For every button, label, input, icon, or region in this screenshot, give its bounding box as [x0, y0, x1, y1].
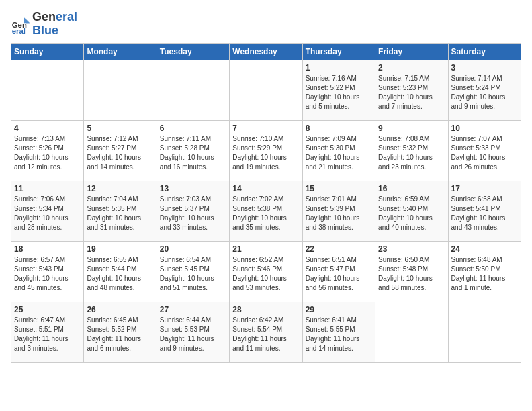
day-info: Sunrise: 7:11 AMSunset: 5:28 PMDaylight:…: [160, 134, 226, 172]
calendar-cell: [230, 60, 302, 120]
day-info: Sunrise: 7:07 AMSunset: 5:33 PMDaylight:…: [451, 134, 518, 172]
day-number: 27: [160, 305, 226, 314]
calendar-cell: 5Sunrise: 7:12 AMSunset: 5:27 PMDaylight…: [84, 120, 157, 181]
calendar-cell: 22Sunrise: 6:51 AMSunset: 5:47 PMDayligh…: [302, 241, 375, 302]
day-info: Sunrise: 6:57 AMSunset: 5:43 PMDaylight:…: [14, 255, 81, 293]
calendar-cell: [375, 302, 448, 362]
day-number: 19: [87, 244, 153, 254]
day-info: Sunrise: 6:58 AMSunset: 5:41 PMDaylight:…: [451, 195, 518, 232]
calendar-table: SundayMondayTuesdayWednesdayThursdayFrid…: [11, 43, 521, 363]
calendar-cell: 27Sunrise: 6:44 AMSunset: 5:53 PMDayligh…: [157, 302, 229, 362]
day-number: 7: [232, 124, 299, 133]
day-number: 2: [378, 63, 445, 73]
day-info: Sunrise: 7:15 AMSunset: 5:23 PMDaylight:…: [378, 74, 445, 111]
weekday-header: Monday: [84, 43, 157, 60]
day-number: 23: [378, 244, 445, 254]
calendar-cell: 9Sunrise: 7:08 AMSunset: 5:32 PMDaylight…: [375, 120, 448, 181]
calendar-cell: [448, 302, 521, 362]
calendar-cell: 7Sunrise: 7:10 AMSunset: 5:29 PMDaylight…: [230, 120, 302, 181]
calendar-cell: 3Sunrise: 7:14 AMSunset: 5:24 PMDaylight…: [448, 60, 521, 120]
day-info: Sunrise: 6:51 AMSunset: 5:47 PMDaylight:…: [306, 255, 372, 293]
day-number: 21: [232, 244, 299, 254]
day-info: Sunrise: 7:12 AMSunset: 5:27 PMDaylight:…: [87, 134, 153, 172]
day-info: Sunrise: 6:48 AMSunset: 5:50 PMDaylight:…: [451, 255, 518, 293]
calendar-cell: 11Sunrise: 7:06 AMSunset: 5:34 PMDayligh…: [11, 181, 84, 241]
day-number: 20: [160, 244, 226, 254]
calendar-cell: 14Sunrise: 7:02 AMSunset: 5:38 PMDayligh…: [230, 181, 302, 241]
weekday-header-row: SundayMondayTuesdayWednesdayThursdayFrid…: [11, 43, 521, 60]
day-number: 5: [87, 124, 153, 133]
calendar-cell: 16Sunrise: 6:59 AMSunset: 5:40 PMDayligh…: [375, 181, 448, 241]
calendar-cell: 18Sunrise: 6:57 AMSunset: 5:43 PMDayligh…: [11, 241, 84, 302]
day-info: Sunrise: 7:02 AMSunset: 5:38 PMDaylight:…: [232, 195, 299, 232]
svg-marker-3: [24, 17, 30, 23]
day-number: 6: [160, 124, 226, 133]
calendar-cell: 12Sunrise: 7:04 AMSunset: 5:35 PMDayligh…: [84, 181, 157, 241]
day-number: 15: [306, 184, 372, 193]
calendar-week-row: 4Sunrise: 7:13 AMSunset: 5:26 PMDaylight…: [11, 120, 521, 181]
calendar-cell: [84, 60, 157, 120]
calendar-cell: 26Sunrise: 6:45 AMSunset: 5:52 PMDayligh…: [84, 302, 157, 362]
day-number: 8: [306, 124, 372, 133]
calendar-cell: 20Sunrise: 6:54 AMSunset: 5:45 PMDayligh…: [157, 241, 229, 302]
calendar-cell: 8Sunrise: 7:09 AMSunset: 5:30 PMDaylight…: [302, 120, 375, 181]
day-info: Sunrise: 7:13 AMSunset: 5:26 PMDaylight:…: [14, 134, 81, 172]
calendar-cell: 29Sunrise: 6:41 AMSunset: 5:55 PMDayligh…: [302, 302, 375, 362]
weekday-header: Wednesday: [230, 43, 302, 60]
day-info: Sunrise: 7:01 AMSunset: 5:39 PMDaylight:…: [306, 195, 372, 232]
day-info: Sunrise: 7:14 AMSunset: 5:24 PMDaylight:…: [451, 74, 518, 111]
calendar-week-row: 25Sunrise: 6:47 AMSunset: 5:51 PMDayligh…: [11, 302, 521, 362]
day-number: 24: [451, 244, 518, 254]
day-number: 28: [232, 305, 299, 314]
day-info: Sunrise: 6:50 AMSunset: 5:48 PMDaylight:…: [378, 255, 445, 293]
page-header: Gen eral General Blue: [11, 11, 521, 38]
calendar-week-row: 18Sunrise: 6:57 AMSunset: 5:43 PMDayligh…: [11, 241, 521, 302]
calendar-cell: 15Sunrise: 7:01 AMSunset: 5:39 PMDayligh…: [302, 181, 375, 241]
calendar-week-row: 1Sunrise: 7:16 AMSunset: 5:22 PMDaylight…: [11, 60, 521, 120]
calendar-cell: 4Sunrise: 7:13 AMSunset: 5:26 PMDaylight…: [11, 120, 84, 181]
calendar-cell: 24Sunrise: 6:48 AMSunset: 5:50 PMDayligh…: [448, 241, 521, 302]
day-number: 18: [14, 244, 81, 254]
day-info: Sunrise: 6:54 AMSunset: 5:45 PMDaylight:…: [160, 255, 226, 293]
day-number: 13: [160, 184, 226, 193]
day-info: Sunrise: 7:08 AMSunset: 5:32 PMDaylight:…: [378, 134, 445, 172]
calendar-cell: 10Sunrise: 7:07 AMSunset: 5:33 PMDayligh…: [448, 120, 521, 181]
day-number: 1: [306, 63, 372, 73]
day-number: 9: [378, 124, 445, 133]
day-number: 16: [378, 184, 445, 193]
weekday-header: Sunday: [11, 43, 84, 60]
day-number: 22: [306, 244, 372, 254]
day-number: 25: [14, 305, 81, 314]
weekday-header: Friday: [375, 43, 448, 60]
day-info: Sunrise: 7:10 AMSunset: 5:29 PMDaylight:…: [232, 134, 299, 172]
day-info: Sunrise: 7:06 AMSunset: 5:34 PMDaylight:…: [14, 195, 81, 232]
day-info: Sunrise: 6:45 AMSunset: 5:52 PMDaylight:…: [87, 316, 153, 353]
calendar-cell: [157, 60, 229, 120]
day-number: 14: [232, 184, 299, 193]
day-number: 10: [451, 124, 518, 133]
day-number: 26: [87, 305, 153, 314]
day-number: 3: [451, 63, 518, 73]
calendar-cell: [11, 60, 84, 120]
day-info: Sunrise: 7:03 AMSunset: 5:37 PMDaylight:…: [160, 195, 226, 232]
day-info: Sunrise: 6:41 AMSunset: 5:55 PMDaylight:…: [306, 316, 372, 353]
day-info: Sunrise: 6:52 AMSunset: 5:46 PMDaylight:…: [232, 255, 299, 293]
calendar-week-row: 11Sunrise: 7:06 AMSunset: 5:34 PMDayligh…: [11, 181, 521, 241]
logo-icon: Gen eral: [11, 15, 30, 34]
day-number: 12: [87, 184, 153, 193]
svg-text:eral: eral: [12, 27, 26, 34]
day-info: Sunrise: 7:16 AMSunset: 5:22 PMDaylight:…: [306, 74, 372, 111]
day-info: Sunrise: 6:42 AMSunset: 5:54 PMDaylight:…: [232, 316, 299, 353]
calendar-cell: 23Sunrise: 6:50 AMSunset: 5:48 PMDayligh…: [375, 241, 448, 302]
day-info: Sunrise: 6:55 AMSunset: 5:44 PMDaylight:…: [87, 255, 153, 293]
calendar-cell: 25Sunrise: 6:47 AMSunset: 5:51 PMDayligh…: [11, 302, 84, 362]
calendar-cell: 17Sunrise: 6:58 AMSunset: 5:41 PMDayligh…: [448, 181, 521, 241]
logo: Gen eral General Blue: [11, 11, 77, 38]
calendar-cell: 6Sunrise: 7:11 AMSunset: 5:28 PMDaylight…: [157, 120, 229, 181]
day-number: 17: [451, 184, 518, 193]
calendar-cell: 21Sunrise: 6:52 AMSunset: 5:46 PMDayligh…: [230, 241, 302, 302]
weekday-header: Tuesday: [157, 43, 229, 60]
logo-text: General Blue: [32, 11, 77, 38]
calendar-cell: 13Sunrise: 7:03 AMSunset: 5:37 PMDayligh…: [157, 181, 229, 241]
calendar-cell: 19Sunrise: 6:55 AMSunset: 5:44 PMDayligh…: [84, 241, 157, 302]
